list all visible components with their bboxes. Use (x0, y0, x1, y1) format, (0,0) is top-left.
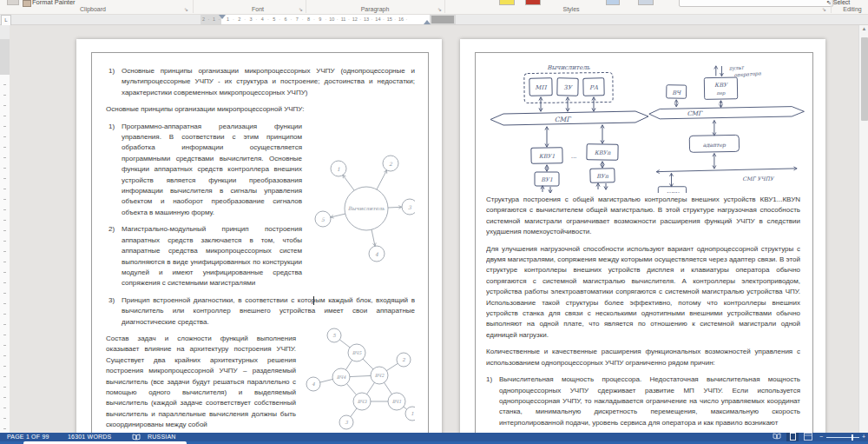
borders-icon[interactable] (638, 0, 654, 5)
page-indicator[interactable]: PAGE 1 OF 99 (7, 434, 49, 440)
list-number: 1) (108, 122, 115, 132)
bus1-right-tip (792, 107, 804, 116)
paragraph: Количественные и качественные расширения… (486, 347, 800, 368)
paragraph-text: Для улучшения нагрузочной способности ис… (486, 245, 800, 339)
bus1-label: СМГ (687, 109, 703, 117)
first-line-indent-marker[interactable] (219, 15, 226, 19)
list-number: 1) (486, 374, 492, 385)
styles-dialog-launcher-icon[interactable]: ⇘ (822, 6, 826, 12)
font-dialog-launcher-icon[interactable]: ⇘ (299, 6, 303, 12)
zoom-in-button[interactable]: + (862, 434, 865, 440)
bus-left-tip (490, 114, 503, 125)
web-layout-button[interactable] (802, 433, 814, 441)
pult-label-line2: оператора (733, 70, 761, 78)
paragraph-text: Структура построения с общей магистралью… (486, 195, 800, 235)
font-color-icon[interactable] (525, 0, 541, 5)
scroll-up-icon[interactable]: ▲ (861, 26, 867, 31)
group-divider (306, 0, 306, 13)
bus2-line (656, 169, 797, 172)
two-bus-structure-diagram: пульт оператора КВУ пер ВЧ СМГ адаптер С… (647, 63, 812, 193)
bus1-bottom-line (660, 116, 792, 119)
bus1-left-tip (649, 109, 660, 118)
format-painter-button[interactable]: Format Painter (32, 0, 76, 6)
box-label-mp: МП (535, 84, 547, 91)
mesh-diagram-svg: ВЧ5 ВЧ2 ВЧ4 ВЧ3 ВЧ1 5 2 4 3 1 (305, 323, 415, 433)
paragraph: ВЧ5 ВЧ2 ВЧ4 ВЧ3 ВЧ1 5 2 4 3 1 Состав зад… (106, 334, 415, 431)
page-2-text[interactable]: Структура построения с общей магистралью… (486, 195, 800, 433)
mesh-node-label: ВЧ4 (337, 374, 347, 380)
bus2-label: СМГ УЧПУ (742, 176, 775, 182)
page-2-diagrams: Вычислитель МП ЗУ РА СМГ КВУ1 ... КВУn В… (486, 59, 812, 193)
list-item: 3) Принцип встроенной диагностики, в соо… (106, 295, 415, 328)
ruler-number: 7 (292, 17, 303, 22)
text-highlight-icon[interactable] (499, 0, 515, 5)
page-1-text[interactable]: 1) Основные принципы организации микропр… (106, 66, 415, 433)
ruler-number: 3 (246, 17, 257, 22)
box-label-kvu1: КВУ1 (539, 153, 556, 160)
list-number: 1) (108, 66, 115, 76)
list-item: 2) Магистрально-модульный принцип постро… (106, 224, 415, 288)
paragraph-text: Количественные и качественные расширения… (486, 348, 800, 366)
mesh-node-label: ВЧ5 (352, 350, 363, 355)
mesh-satellite-label: 5 (332, 333, 336, 338)
ruler-number: 4 (257, 17, 268, 22)
paragraph-text: Состав задач и сложности функций выполне… (106, 335, 296, 428)
right-indent-marker[interactable] (424, 20, 431, 24)
mesh-satellite-label: 4 (312, 381, 315, 387)
list-number: 3) (108, 295, 115, 306)
group-label-styles: Styles (562, 6, 579, 12)
diagram-title: Вычислитель (547, 64, 591, 71)
ruler-number: 12 (349, 17, 360, 22)
box-label-vun: ВУn (596, 173, 608, 180)
language-indicator[interactable]: RUSSIAN (148, 434, 176, 440)
figure-mesh-topology: ВЧ5 ВЧ2 ВЧ4 ВЧ3 ВЧ1 5 2 4 3 1 (305, 323, 415, 433)
ruler-number: 2 (233, 17, 245, 22)
clipboard-dialog-launcher-icon[interactable]: ⇘ (184, 6, 188, 12)
list-item-text: Вычислительная мощность процессора. Недо… (499, 375, 800, 427)
ruler-number: 15 (384, 17, 395, 22)
zoom-out-button[interactable]: − (819, 434, 823, 440)
paste-button-icon[interactable] (7, 0, 19, 5)
group-divider (444, 0, 445, 13)
zoom-slider[interactable] (826, 437, 859, 438)
bus-top-line (503, 111, 635, 114)
word-count[interactable]: 16301 WORDS (68, 434, 111, 440)
bus-label: СМГ (555, 116, 572, 123)
mesh-satellite-label: 3 (345, 420, 348, 425)
print-layout-button[interactable] (786, 433, 799, 441)
group-label-paragraph: Paragraph (361, 6, 390, 12)
box-label-ra: РА (589, 84, 599, 91)
dots-label: ... (571, 153, 577, 160)
paragraph: Для улучшения нагрузочной способности ис… (486, 244, 800, 341)
box-label-vu1: ВУ1 (541, 176, 553, 183)
mesh-node-label: ВЧ3 (358, 399, 368, 404)
text-cursor (313, 296, 314, 305)
group-divider (193, 0, 194, 13)
pult-label-line1: пульт (729, 65, 745, 72)
proofing-status-icon[interactable] (132, 434, 141, 441)
group-divider (831, 0, 832, 13)
box-label-vch: ВЧ (672, 89, 682, 96)
list-item: Вычислитель 1 2 3 4 5 1) Программно-аппа… (106, 122, 415, 219)
word-window: Format Painter ⇖ Select Clipboard Font P… (0, 0, 868, 444)
ruler-number: 11 (338, 17, 349, 22)
ribbon: Format Painter ⇖ Select Clipboard Font P… (0, 0, 868, 15)
mesh-satellite-label: 1 (411, 411, 414, 416)
zoom-slider-thumb[interactable] (852, 434, 853, 441)
styles-gallery[interactable] (679, 0, 833, 7)
list-item-text: Принцип встроенной диагностики, в соотве… (122, 296, 415, 326)
box-label-zu: ЗУ (563, 84, 573, 91)
read-mode-button[interactable] (771, 433, 783, 441)
paragraph-text: Основные принципы организации микропроце… (122, 67, 415, 96)
scrollbar-thumb[interactable] (861, 37, 868, 121)
vertical-scrollbar[interactable]: ▲ (858, 25, 868, 433)
group-label-editing: Editing (843, 6, 861, 12)
ruler-number: 10 (326, 17, 338, 22)
paragraph-dialog-launcher-icon[interactable]: ⇘ (437, 6, 442, 12)
box-label-kvu-top-sub: пер (717, 90, 727, 96)
paragraph: Структура построения с общей магистралью… (486, 195, 800, 238)
group-label-clipboard: Clipboard (80, 6, 106, 12)
ruler-number: 5 (268, 17, 279, 22)
shading-icon[interactable] (606, 0, 620, 5)
vruler-margin-zone (0, 39, 10, 75)
